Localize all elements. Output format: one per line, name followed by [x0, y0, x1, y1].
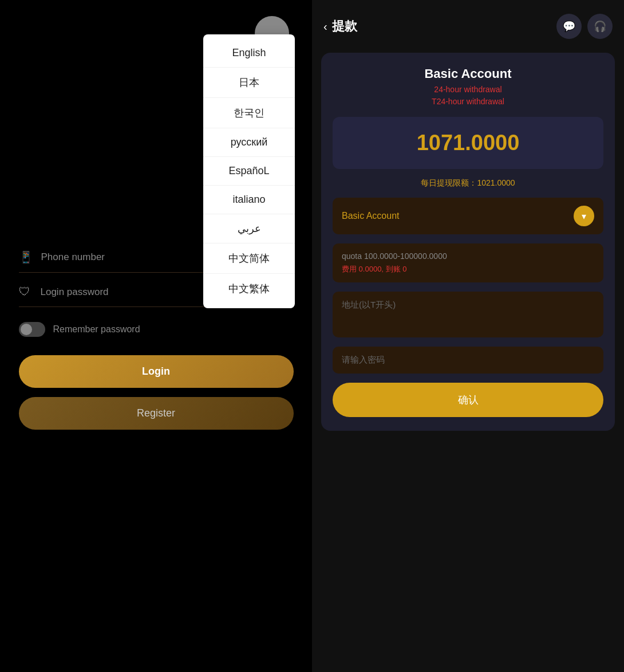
withdrawal-info: 24-hour withdrawal T24-hour withdrawal	[333, 84, 603, 108]
right-header: ‹ 提款 💬 🎧	[321, 9, 615, 44]
address-placeholder: 地址(以T开头)	[342, 300, 396, 309]
header-icons: 💬 🎧	[556, 14, 613, 39]
language-dropdown: English 日本 한국인 русский EspañoL italiano …	[203, 34, 295, 308]
phone-icon: 📱	[19, 250, 33, 264]
remember-label: Remember password	[53, 324, 140, 335]
daily-limit: 每日提现限额：1021.0000	[333, 178, 603, 188]
lang-arabic[interactable]: عربي	[203, 214, 295, 243]
lang-spanish[interactable]: EspañoL	[203, 157, 295, 186]
chat-button[interactable]: 💬	[556, 14, 582, 39]
withdraw-card: Basic Account 24-hour withdrawal T24-hou…	[321, 53, 615, 431]
account-select-label: Basic Account	[342, 211, 400, 221]
lang-english[interactable]: English	[203, 39, 295, 68]
lang-chinese-traditional[interactable]: 中文繁体	[203, 274, 295, 304]
daily-limit-label: 每日提现限额：	[421, 178, 477, 187]
address-box[interactable]: 地址(以T开头)	[333, 292, 603, 337]
password-box[interactable]: 请输入密码	[333, 347, 603, 374]
withdrawal-line1: 24-hour withdrawal	[333, 84, 603, 96]
dropdown-arrow-icon[interactable]: ▾	[574, 206, 594, 226]
page-title: 提款	[332, 18, 357, 35]
lang-russian[interactable]: русский	[203, 128, 295, 157]
right-panel: ‹ 提款 💬 🎧 Basic Account 24-hour withdrawa…	[312, 0, 624, 672]
back-row: ‹ 提款	[323, 18, 357, 35]
back-icon[interactable]: ‹	[323, 20, 327, 33]
account-header: Basic Account 24-hour withdrawal T24-hou…	[333, 66, 603, 108]
quota-box: quota 100.0000-100000.0000 费用 0.0000, 到账…	[333, 243, 603, 282]
amount-value: 1071.0000	[346, 131, 590, 155]
fee-text: 费用 0.0000, 到账 0	[342, 264, 594, 274]
lang-chinese-simplified[interactable]: 中文简体	[203, 243, 295, 274]
account-title: Basic Account	[333, 66, 603, 81]
confirm-button[interactable]: 确认	[333, 383, 603, 417]
remember-toggle[interactable]	[19, 322, 45, 337]
amount-display: 1071.0000	[333, 117, 603, 169]
withdrawal-line2: T24-hour withdrawal	[333, 96, 603, 108]
quota-text: quota 100.0000-100000.0000	[342, 251, 594, 261]
account-select-row[interactable]: Basic Account ▾	[333, 198, 603, 234]
daily-limit-value: 1021.0000	[477, 178, 515, 187]
password-placeholder: 请输入密码	[342, 355, 385, 364]
register-button[interactable]: Register	[19, 397, 294, 430]
lang-japanese[interactable]: 日本	[203, 68, 295, 98]
lang-korean[interactable]: 한국인	[203, 98, 295, 128]
lang-italian[interactable]: italiano	[203, 186, 295, 214]
chat-icon: 💬	[563, 20, 575, 33]
remember-row: Remember password	[19, 322, 294, 337]
login-button[interactable]: Login	[19, 355, 294, 388]
left-panel: English 日本 한국인 русский EspañoL italiano …	[0, 0, 312, 672]
support-icon: 🎧	[594, 20, 606, 33]
shield-icon: 🛡	[19, 285, 33, 298]
support-button[interactable]: 🎧	[587, 14, 613, 39]
